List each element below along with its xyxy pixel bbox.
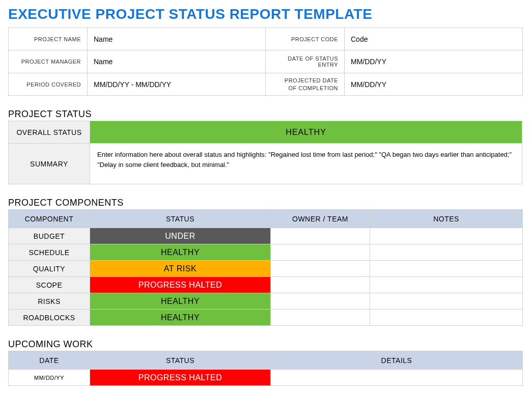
component-label: RISKS [9, 293, 90, 310]
upcoming-work-table: DATE STATUS DETAILS MM/DD/YYPROGRESS HAL… [8, 351, 523, 386]
overall-status-value[interactable]: HEALTHY [90, 121, 522, 144]
component-owner[interactable] [271, 293, 370, 310]
period-label: PERIOD COVERED [9, 73, 88, 96]
header-details: DETAILS [271, 351, 523, 370]
component-label: SCOPE [9, 277, 90, 293]
component-status[interactable]: HEALTHY [90, 293, 271, 310]
component-row: ROADBLOCKSHEALTHY [9, 310, 523, 326]
info-row: PROJECT NAME Name PROJECT CODE Code [9, 28, 523, 50]
upcoming-date[interactable]: MM/DD/YY [9, 370, 90, 386]
component-owner[interactable] [271, 228, 370, 244]
header-notes: NOTES [370, 210, 523, 228]
project-code-value[interactable]: Code [345, 28, 523, 50]
summary-label: SUMMARY [9, 144, 90, 184]
component-owner[interactable] [271, 261, 370, 277]
component-label: BUDGET [9, 228, 90, 244]
upcoming-work-heading: UPCOMING WORK [8, 339, 524, 350]
project-manager-value[interactable]: Name [88, 50, 266, 73]
date-entry-value[interactable]: MM/DD/YY [345, 50, 523, 73]
component-label: QUALITY [9, 261, 90, 277]
component-row: SCHEDULEHEALTHY [9, 244, 523, 261]
component-row: SCOPEPROGRESS HALTED [9, 277, 523, 293]
component-status[interactable]: HEALTHY [90, 244, 271, 261]
project-name-label: PROJECT NAME [9, 28, 88, 50]
component-label: SCHEDULE [9, 244, 90, 261]
date-entry-label: DATE OF STATUS ENTRY [266, 50, 345, 73]
project-name-value[interactable]: Name [88, 28, 266, 50]
component-notes[interactable] [370, 261, 523, 277]
info-row: PERIOD COVERED MM/DD/YY - MM/DD/YY PROJE… [9, 73, 523, 96]
project-code-label: PROJECT CODE [266, 28, 345, 50]
component-status[interactable]: AT RISK [90, 261, 271, 277]
component-notes[interactable] [370, 277, 523, 293]
projected-value[interactable]: MM/DD/YY [345, 73, 523, 96]
info-row: PROJECT MANAGER Name DATE OF STATUS ENTR… [9, 50, 523, 73]
component-status[interactable]: PROGRESS HALTED [90, 277, 271, 293]
project-status-table: OVERALL STATUS HEALTHY SUMMARY Enter inf… [8, 121, 522, 184]
component-row: RISKSHEALTHY [9, 293, 523, 310]
upcoming-header-row: DATE STATUS DETAILS [9, 351, 523, 370]
header-component: COMPONENT [9, 210, 90, 228]
overall-status-label: OVERALL STATUS [9, 121, 90, 144]
component-owner[interactable] [271, 277, 370, 293]
header-date: DATE [9, 351, 90, 370]
project-info-table: PROJECT NAME Name PROJECT CODE Code PROJ… [8, 27, 523, 96]
component-notes[interactable] [370, 228, 523, 244]
overall-status-row: OVERALL STATUS HEALTHY [9, 121, 522, 144]
component-row: BUDGETUNDER [9, 228, 523, 244]
component-owner[interactable] [271, 310, 370, 326]
page-title: EXECUTIVE PROJECT STATUS REPORT TEMPLATE [8, 6, 524, 22]
header-status: STATUS [90, 351, 271, 370]
upcoming-details[interactable] [271, 370, 523, 386]
component-status[interactable]: UNDER [90, 228, 271, 244]
period-value[interactable]: MM/DD/YY - MM/DD/YY [88, 73, 266, 96]
project-components-table: COMPONENT STATUS OWNER / TEAM NOTES BUDG… [8, 209, 523, 326]
projected-label-line1: PROJECTED DATE [285, 77, 338, 83]
component-notes[interactable] [370, 293, 523, 310]
component-label: ROADBLOCKS [9, 310, 90, 326]
upcoming-status[interactable]: PROGRESS HALTED [90, 370, 271, 386]
summary-text[interactable]: Enter information here about overall sta… [90, 144, 522, 184]
project-manager-label: PROJECT MANAGER [9, 50, 88, 73]
components-header-row: COMPONENT STATUS OWNER / TEAM NOTES [9, 210, 523, 228]
projected-label: PROJECTED DATE OF COMPLETION [266, 73, 345, 96]
component-notes[interactable] [370, 310, 523, 326]
projected-label-line2: OF COMPLETION [288, 85, 338, 91]
header-status: STATUS [90, 210, 271, 228]
project-components-heading: PROJECT COMPONENTS [8, 198, 524, 208]
component-owner[interactable] [271, 244, 370, 261]
header-owner: OWNER / TEAM [271, 210, 370, 228]
project-status-heading: PROJECT STATUS [8, 109, 524, 120]
component-row: QUALITYAT RISK [9, 261, 523, 277]
component-notes[interactable] [370, 244, 523, 261]
component-status[interactable]: HEALTHY [90, 310, 271, 326]
upcoming-row: MM/DD/YYPROGRESS HALTED [9, 370, 523, 386]
summary-row: SUMMARY Enter information here about ove… [9, 144, 522, 184]
